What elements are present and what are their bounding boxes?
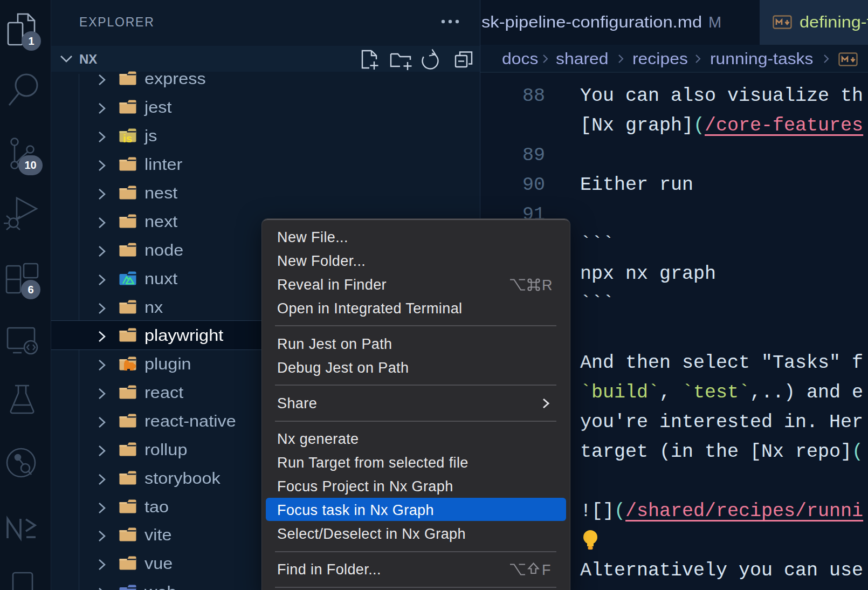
svg-text:js: js: [122, 132, 133, 142]
svg-text:F: F: [542, 562, 551, 578]
svg-text:R: R: [542, 277, 553, 293]
